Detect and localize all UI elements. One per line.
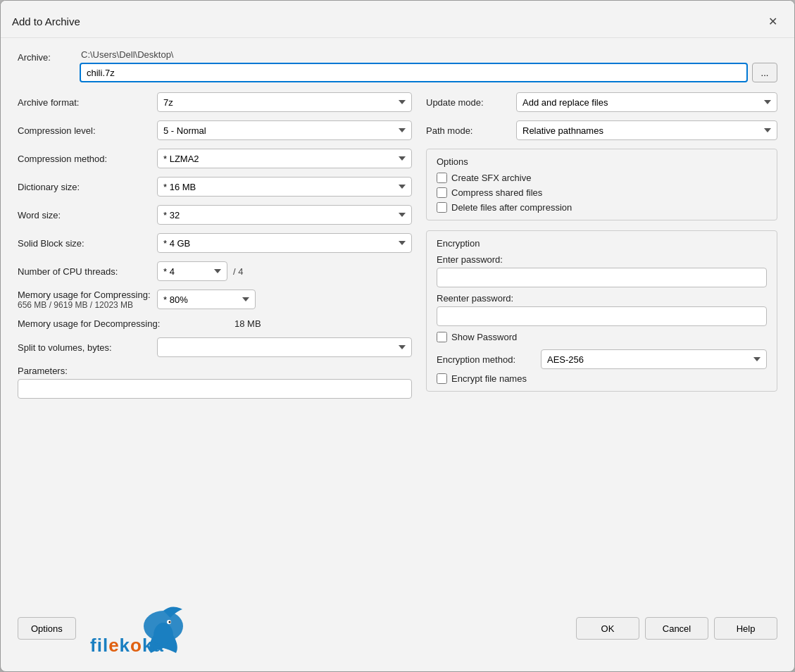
right-panel: Update mode: Add and replace files Updat… [426,92,777,578]
delete-after-row: Delete files after compression [437,202,767,213]
archive-inputs: C:\Users\Dell\Desktop\ ... [80,49,777,82]
archive-label: Archive: [18,49,74,63]
delete-after-label[interactable]: Delete files after compression [451,202,572,213]
dictionary-size-select[interactable]: * 16 MB 64 KB 1 MB 8 MB 32 MB [157,177,412,197]
encrypt-filenames-checkbox[interactable] [437,373,447,384]
split-row: Split to volumes, bytes: [18,337,412,357]
delete-after-checkbox[interactable] [437,202,447,213]
memory-compressing-block: Memory usage for Compressing: 656 MB / 9… [18,290,412,310]
parameters-block: Parameters: [18,366,412,399]
cpu-select[interactable]: * 4 1 2 4 [157,261,227,281]
archive-filename-input[interactable] [80,63,748,82]
solid-block-row: Solid Block size: * 4 GB Non-solid 1 MB … [18,233,412,253]
cancel-button[interactable]: Cancel [645,617,708,640]
compress-shared-checkbox[interactable] [437,187,447,198]
compression-method-select[interactable]: * LZMA2 LZMA PPMd BZip2 [157,149,412,168]
path-mode-label: Path mode: [426,125,511,136]
svg-text:filekoka: filekoka [90,635,164,656]
compression-method-row: Compression method: * LZMA2 LZMA PPMd BZ… [18,149,412,168]
options-group-title: Options [437,156,767,167]
parameters-input[interactable] [18,379,412,399]
show-password-label[interactable]: Show Password [451,332,517,342]
bottom-left: Options filekoka [18,597,200,660]
create-sfx-checkbox[interactable] [437,173,447,183]
memory-compress-label: Memory usage for Compressing: [18,290,151,300]
compression-level-row: Compression level: 5 - Normal 0 - Store … [18,120,412,140]
encrypt-filenames-label[interactable]: Encrypt file names [451,373,527,384]
cpu-suffix: / 4 [233,266,243,277]
word-size-label: Word size: [18,210,151,220]
left-panel: Archive format: 7z zip tar Compression l… [18,92,412,578]
bottom-bar: Options filekoka [1,590,794,671]
path-mode-select[interactable]: Relative pathnames No pathnames Absolute… [516,120,777,140]
archive-path: C:\Users\Dell\Desktop\ [80,49,777,60]
solid-block-select[interactable]: * 4 GB Non-solid 1 MB 16 MB [157,233,412,253]
dialog-content: Archive: C:\Users\Dell\Desktop\ ... Arch… [1,38,794,587]
compression-level-label: Compression level: [18,125,151,136]
params-label: Parameters: [18,366,412,376]
compress-shared-label[interactable]: Compress shared files [451,187,542,198]
cpu-row: Number of CPU threads: * 4 1 2 4 / 4 [18,261,412,281]
memory-compress-select[interactable]: * 80% 60% 100% [157,290,256,309]
reenter-password-label: Reenter password: [437,293,767,304]
svg-point-3 [168,621,170,623]
title-bar: Add to Archive ✕ [1,1,794,38]
enter-password-label: Enter password: [437,254,767,265]
compress-shared-row: Compress shared files [437,187,767,198]
split-select[interactable] [157,337,412,357]
update-mode-label: Update mode: [426,97,511,108]
encrypt-filenames-row: Encrypt file names [437,373,767,384]
create-sfx-label[interactable]: Create SFX archive [451,173,531,183]
word-size-row: Word size: * 32 16 64 128 [18,205,412,225]
dialog-title: Add to Archive [12,15,80,27]
show-password-row: Show Password [437,332,767,342]
logo-area: filekoka [87,597,200,660]
archive-field-row: ... [80,63,777,82]
filekoka-logo: filekoka [87,597,200,660]
path-mode-row: Path mode: Relative pathnames No pathnam… [426,120,777,140]
main-grid: Archive format: 7z zip tar Compression l… [18,92,777,578]
dictionary-size-label: Dictionary size: [18,182,151,192]
split-label: Split to volumes, bytes: [18,342,151,353]
dictionary-size-row: Dictionary size: * 16 MB 64 KB 1 MB 8 MB… [18,177,412,197]
word-size-select[interactable]: * 32 16 64 128 [157,205,412,225]
bottom-right: OK Cancel Help [576,617,777,640]
add-to-archive-dialog: Add to Archive ✕ Archive: C:\Users\Dell\… [0,0,795,672]
ok-button[interactable]: OK [576,617,639,640]
show-password-checkbox[interactable] [437,332,447,342]
memory-compressing-row: Memory usage for Compressing: 656 MB / 9… [18,290,412,310]
enc-method-row: Encryption method: AES-256 ZipCrypto [437,349,767,369]
update-mode-row: Update mode: Add and replace files Updat… [426,92,777,112]
memory-compress-sub: 656 MB / 9619 MB / 12023 MB [18,300,151,310]
enter-password-input[interactable] [437,268,767,287]
update-mode-select[interactable]: Add and replace files Update and add fil… [516,92,777,112]
format-select[interactable]: 7z zip tar [157,92,412,112]
options-group: Options Create SFX archive Compress shar… [426,149,777,220]
close-button[interactable]: ✕ [762,11,783,32]
format-row: Archive format: 7z zip tar [18,92,412,112]
create-sfx-row: Create SFX archive [437,173,767,183]
compression-method-label: Compression method: [18,154,151,164]
compression-level-select[interactable]: 5 - Normal 0 - Store 1 - Fastest 3 - Fas… [157,120,412,140]
options-button[interactable]: Options [18,617,76,640]
encryption-group: Encryption Enter password: Reenter passw… [426,230,777,392]
reenter-password-input[interactable] [437,306,767,326]
help-button[interactable]: Help [714,617,777,640]
format-label: Archive format: [18,97,151,108]
decomp-value: 18 MB [234,318,261,329]
enc-method-select[interactable]: AES-256 ZipCrypto [541,349,767,369]
browse-button[interactable]: ... [752,63,777,82]
encryption-title: Encryption [437,238,767,249]
cpu-label: Number of CPU threads: [18,266,151,277]
decomp-label: Memory usage for Decompressing: [18,318,229,329]
archive-row: Archive: C:\Users\Dell\Desktop\ ... [18,49,777,82]
enc-method-label: Encryption method: [437,354,535,365]
decompressing-row: Memory usage for Decompressing: 18 MB [18,318,412,329]
solid-block-label: Solid Block size: [18,238,151,249]
